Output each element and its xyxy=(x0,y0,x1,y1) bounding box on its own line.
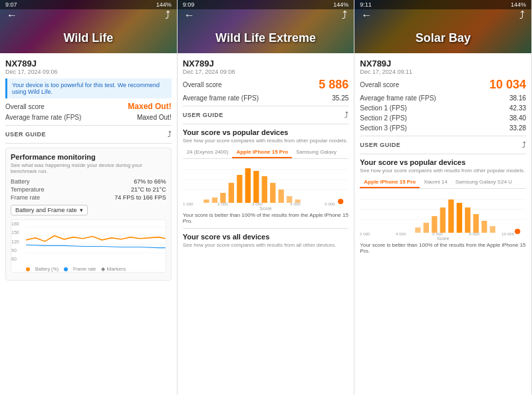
section3-label: Section 3 (FPS) xyxy=(360,124,407,132)
svg-rect-36 xyxy=(481,221,487,233)
histogram-note-3: Your score is better than 100% of the re… xyxy=(360,242,526,254)
dropdown-row-1: Battery and Frame rate ▾ xyxy=(11,205,166,215)
back-icon-2[interactable]: ← xyxy=(184,9,195,21)
legend-battery-label-1: Battery (%) xyxy=(35,267,59,271)
share-icon-2[interactable]: ⤴ xyxy=(342,9,347,21)
svg-text:2 000: 2 000 xyxy=(217,201,228,206)
overall-score-value-2: 5 886 xyxy=(319,78,348,92)
section2-value: 38.40 xyxy=(509,114,526,122)
perf-row-framerate: Frame rate 74 FPS to 166 FPS xyxy=(11,194,166,201)
svg-rect-33 xyxy=(457,203,462,233)
legend-framerate-label-1: Frame rate xyxy=(73,267,96,271)
avg-fps-label-2: Average frame rate (FPS) xyxy=(183,94,259,102)
avg-fps-label-3: Average frame rate (FPS) xyxy=(360,94,436,102)
battery-3: 144% xyxy=(511,1,526,8)
user-guide-row-2: USER GUIDE ⤴ xyxy=(183,110,349,120)
popular-section-2: Your score vs popular devices See how yo… xyxy=(183,128,349,224)
overall-score-row-1: Overall score Maxed Out! xyxy=(5,102,172,111)
y-label-150: 150 xyxy=(11,230,26,235)
content-1: NX789J Dec 17, 2024 09:06 Your device is… xyxy=(0,53,177,395)
divider-3b xyxy=(360,154,526,154)
panel-wild-life-extreme: 9:09 144% ← ⤴ Wild Life Extreme NX789J D… xyxy=(178,0,355,395)
perf-key-temp: Temperature xyxy=(11,186,45,193)
divider-3a xyxy=(360,136,526,136)
back-icon-3[interactable]: ← xyxy=(361,9,372,21)
share-icon-3[interactable]: ⤴ xyxy=(519,9,525,21)
histogram-note-2: Your score is better than 100% of the re… xyxy=(183,212,349,224)
tab-exynos[interactable]: 24 (Exynos 2400) xyxy=(183,147,233,158)
legend-blue-1 xyxy=(64,267,68,271)
device-name-2: NX789J xyxy=(183,59,349,68)
tab-iphone-15-pro[interactable]: Apple iPhone 15 Pro xyxy=(232,147,292,158)
y-label-60: 60 xyxy=(11,257,26,261)
legend-markers-1: ◆ Markers xyxy=(101,266,126,272)
perf-key-framerate: Frame rate xyxy=(11,194,40,201)
svg-rect-34 xyxy=(465,207,470,233)
user-guide-row-1: USER GUIDE ⤴ xyxy=(5,130,172,139)
perf-key-battery: Battery xyxy=(11,178,30,185)
device-date-3: Dec 17, 2024 09:11 xyxy=(360,68,526,75)
overall-score-row-2: Overall score 5 886 xyxy=(183,78,349,92)
perf-chart-svg-1 xyxy=(26,220,166,263)
battery-1: 144% xyxy=(156,1,172,8)
x-axis-label-3: Score xyxy=(360,236,526,241)
section1-value: 42.33 xyxy=(509,104,526,112)
share-icon-guide-3[interactable]: ⤴ xyxy=(522,140,526,150)
divider-1a xyxy=(5,125,172,126)
svg-rect-32 xyxy=(449,199,454,233)
avg-fps-row-3: Average frame rate (FPS) 38.16 xyxy=(360,94,526,102)
user-guide-label-1: USER GUIDE xyxy=(5,131,46,138)
histogram-3: 2 000 4 000 6 000 8 000 10 000 Score xyxy=(360,193,526,239)
perf-title-1: Performance monitoring xyxy=(11,153,166,161)
avg-fps-value-3: 38.16 xyxy=(509,94,526,102)
share-icon-1[interactable]: ⤴ xyxy=(165,9,170,21)
section3-row: Section 3 (FPS) 33.28 xyxy=(360,124,526,132)
divider-2a xyxy=(183,106,349,106)
svg-rect-7 xyxy=(203,199,209,203)
histogram-svg-2: 1 000 2 000 3 000 4 000 5 000 xyxy=(183,163,349,206)
y-label-90: 90 xyxy=(11,248,26,253)
svg-text:6 000: 6 000 xyxy=(433,231,444,236)
tab-samsung-s24[interactable]: Samsung Galaxy S24 U xyxy=(452,177,516,188)
share-icon-guide-2[interactable]: ⤴ xyxy=(344,110,348,120)
tabs-row-2: 24 (Exynos 2400) Apple iPhone 15 Pro Sam… xyxy=(183,147,349,159)
perf-chart-1: 180 150 120 90 60 xyxy=(11,219,166,273)
tab-xiaomi-14[interactable]: Xiaomi 14 xyxy=(420,177,452,188)
svg-text:3 000: 3 000 xyxy=(252,201,263,206)
time-3: 9:11 xyxy=(360,1,372,8)
svg-rect-14 xyxy=(261,176,267,203)
svg-rect-10 xyxy=(228,183,233,203)
back-icon-1[interactable]: ← xyxy=(7,9,17,21)
section2-label: Section 2 (FPS) xyxy=(360,114,407,122)
svg-text:4 000: 4 000 xyxy=(290,201,301,206)
overall-score-label-1: Overall score xyxy=(5,103,45,110)
svg-rect-28 xyxy=(416,227,421,233)
perf-row-battery: Battery 67% to 66% xyxy=(11,178,166,185)
svg-rect-30 xyxy=(432,216,438,233)
panel-solar-bay: 9:11 144% ← ⤴ Solar Bay NX789J Dec 17, 2… xyxy=(354,0,532,395)
status-bar-2: 9:09 144% xyxy=(178,0,354,9)
chart-y-labels-1: 180 150 120 90 60 xyxy=(11,220,26,263)
y-label-180: 180 xyxy=(11,221,26,226)
svg-text:8 000: 8 000 xyxy=(469,231,480,236)
overall-score-label-3: Overall score xyxy=(360,81,399,88)
dropdown-1[interactable]: Battery and Frame rate ▾ xyxy=(11,205,88,215)
tab-iphone-15-pro-3[interactable]: Apple iPhone 15 Pro xyxy=(360,177,420,188)
overall-score-value-3: 10 034 xyxy=(489,78,526,92)
time-2: 9:09 xyxy=(183,1,195,8)
perf-val-framerate: 74 FPS to 166 FPS xyxy=(114,194,166,201)
panel-wild-life: 9:07 144% ← ⤴ Wild Life NX789J Dec 17, 2… xyxy=(0,0,178,395)
dropdown-arrow-1: ▾ xyxy=(80,207,83,213)
avg-fps-row-2: Average frame rate (FPS) 35.25 xyxy=(183,94,349,102)
all-devices-subtitle-2: See how your score compares with results… xyxy=(183,242,349,248)
share-icon-guide-1[interactable]: ⤴ xyxy=(168,130,172,139)
nav-row-3: ← ⤴ xyxy=(354,9,531,21)
overall-score-label-2: Overall score xyxy=(183,81,222,88)
overall-score-row-3: Overall score 10 034 xyxy=(360,78,526,92)
dropdown-label-1: Battery and Frame rate xyxy=(15,207,77,213)
all-devices-title-2: Your score vs all devices xyxy=(183,233,349,241)
tab-samsung[interactable]: Samsung Galaxy xyxy=(292,147,340,158)
user-guide-row-3: USER GUIDE ⤴ xyxy=(360,140,526,150)
histogram-2: 1 000 2 000 3 000 4 000 5 000 Score xyxy=(183,163,349,209)
battery-2: 144% xyxy=(333,1,348,8)
